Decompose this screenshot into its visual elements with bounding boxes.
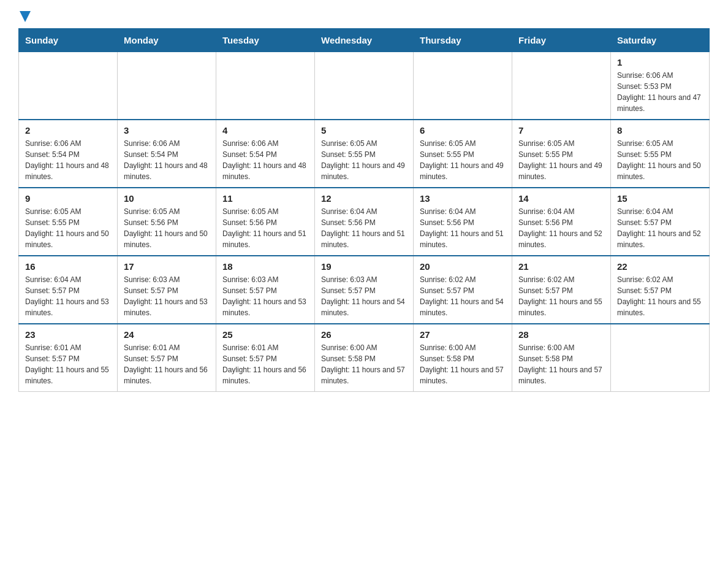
calendar-cell: 2Sunrise: 6:06 AM Sunset: 5:54 PM Daylig… bbox=[19, 120, 118, 188]
calendar-week-row: 2Sunrise: 6:06 AM Sunset: 5:54 PM Daylig… bbox=[19, 120, 710, 188]
calendar-day-header: Wednesday bbox=[315, 29, 414, 52]
calendar-cell: 23Sunrise: 6:01 AM Sunset: 5:57 PM Dayli… bbox=[19, 324, 118, 392]
calendar-cell: 13Sunrise: 6:04 AM Sunset: 5:56 PM Dayli… bbox=[414, 188, 512, 256]
day-info: Sunrise: 6:01 AM Sunset: 5:57 PM Dayligh… bbox=[124, 342, 210, 386]
calendar-cell: 15Sunrise: 6:04 AM Sunset: 5:57 PM Dayli… bbox=[611, 188, 710, 256]
calendar-cell: 25Sunrise: 6:01 AM Sunset: 5:57 PM Dayli… bbox=[216, 324, 315, 392]
day-info: Sunrise: 6:00 AM Sunset: 5:58 PM Dayligh… bbox=[420, 342, 506, 386]
day-number: 14 bbox=[518, 193, 604, 204]
day-info: Sunrise: 6:05 AM Sunset: 5:55 PM Dayligh… bbox=[518, 138, 604, 182]
calendar-cell: 19Sunrise: 6:03 AM Sunset: 5:57 PM Dayli… bbox=[315, 256, 414, 324]
calendar-day-header: Tuesday bbox=[216, 29, 315, 52]
calendar-cell: 12Sunrise: 6:04 AM Sunset: 5:56 PM Dayli… bbox=[315, 188, 414, 256]
day-info: Sunrise: 6:04 AM Sunset: 5:57 PM Dayligh… bbox=[617, 206, 703, 250]
day-info: Sunrise: 6:06 AM Sunset: 5:54 PM Dayligh… bbox=[222, 138, 308, 182]
day-info: Sunrise: 6:01 AM Sunset: 5:57 PM Dayligh… bbox=[25, 342, 111, 386]
svg-marker-0 bbox=[20, 11, 31, 22]
day-number: 9 bbox=[25, 193, 111, 204]
day-info: Sunrise: 6:04 AM Sunset: 5:56 PM Dayligh… bbox=[321, 206, 407, 250]
day-number: 5 bbox=[321, 125, 407, 136]
calendar-cell bbox=[118, 52, 216, 120]
calendar-day-header: Sunday bbox=[19, 29, 118, 52]
calendar-week-row: 23Sunrise: 6:01 AM Sunset: 5:57 PM Dayli… bbox=[19, 324, 710, 392]
day-info: Sunrise: 6:02 AM Sunset: 5:57 PM Dayligh… bbox=[420, 274, 506, 318]
day-info: Sunrise: 6:00 AM Sunset: 5:58 PM Dayligh… bbox=[321, 342, 407, 386]
calendar-header-row: SundayMondayTuesdayWednesdayThursdayFrid… bbox=[19, 29, 710, 52]
calendar-cell: 4Sunrise: 6:06 AM Sunset: 5:54 PM Daylig… bbox=[216, 120, 315, 188]
day-number: 26 bbox=[321, 329, 407, 340]
day-info: Sunrise: 6:00 AM Sunset: 5:58 PM Dayligh… bbox=[518, 342, 604, 386]
day-number: 22 bbox=[617, 261, 703, 272]
calendar-cell: 22Sunrise: 6:02 AM Sunset: 5:57 PM Dayli… bbox=[611, 256, 710, 324]
day-info: Sunrise: 6:03 AM Sunset: 5:57 PM Dayligh… bbox=[124, 274, 210, 318]
calendar-day-header: Friday bbox=[512, 29, 611, 52]
logo-triangle-icon bbox=[20, 11, 31, 22]
calendar-day-header: Monday bbox=[118, 29, 216, 52]
day-number: 6 bbox=[420, 125, 506, 136]
calendar-cell: 21Sunrise: 6:02 AM Sunset: 5:57 PM Dayli… bbox=[512, 256, 611, 324]
calendar-week-row: 16Sunrise: 6:04 AM Sunset: 5:57 PM Dayli… bbox=[19, 256, 710, 324]
day-number: 16 bbox=[25, 261, 111, 272]
calendar-cell: 3Sunrise: 6:06 AM Sunset: 5:54 PM Daylig… bbox=[118, 120, 216, 188]
day-info: Sunrise: 6:04 AM Sunset: 5:57 PM Dayligh… bbox=[25, 274, 111, 318]
day-number: 11 bbox=[222, 193, 308, 204]
calendar-cell: 10Sunrise: 6:05 AM Sunset: 5:56 PM Dayli… bbox=[118, 188, 216, 256]
day-number: 27 bbox=[420, 329, 506, 340]
calendar-week-row: 9Sunrise: 6:05 AM Sunset: 5:55 PM Daylig… bbox=[19, 188, 710, 256]
day-info: Sunrise: 6:05 AM Sunset: 5:55 PM Dayligh… bbox=[25, 206, 111, 250]
day-info: Sunrise: 6:03 AM Sunset: 5:57 PM Dayligh… bbox=[321, 274, 407, 318]
calendar-cell: 24Sunrise: 6:01 AM Sunset: 5:57 PM Dayli… bbox=[118, 324, 216, 392]
day-number: 15 bbox=[617, 193, 703, 204]
calendar-cell: 6Sunrise: 6:05 AM Sunset: 5:55 PM Daylig… bbox=[414, 120, 512, 188]
calendar-cell bbox=[19, 52, 118, 120]
day-info: Sunrise: 6:01 AM Sunset: 5:57 PM Dayligh… bbox=[222, 342, 308, 386]
calendar-cell bbox=[512, 52, 611, 120]
day-info: Sunrise: 6:06 AM Sunset: 5:53 PM Dayligh… bbox=[617, 70, 703, 114]
day-info: Sunrise: 6:05 AM Sunset: 5:56 PM Dayligh… bbox=[124, 206, 210, 250]
day-number: 1 bbox=[617, 57, 703, 67]
calendar-day-header: Saturday bbox=[611, 29, 710, 52]
day-number: 13 bbox=[420, 193, 506, 204]
calendar-cell: 7Sunrise: 6:05 AM Sunset: 5:55 PM Daylig… bbox=[512, 120, 611, 188]
day-number: 23 bbox=[25, 329, 111, 340]
day-info: Sunrise: 6:05 AM Sunset: 5:56 PM Dayligh… bbox=[222, 206, 308, 250]
day-info: Sunrise: 6:03 AM Sunset: 5:57 PM Dayligh… bbox=[222, 274, 308, 318]
day-number: 24 bbox=[124, 329, 210, 340]
page-header bbox=[18, 12, 710, 22]
calendar-cell: 8Sunrise: 6:05 AM Sunset: 5:55 PM Daylig… bbox=[611, 120, 710, 188]
calendar-cell bbox=[611, 324, 710, 392]
day-number: 17 bbox=[124, 261, 210, 272]
day-info: Sunrise: 6:06 AM Sunset: 5:54 PM Dayligh… bbox=[25, 138, 111, 182]
calendar-cell: 14Sunrise: 6:04 AM Sunset: 5:56 PM Dayli… bbox=[512, 188, 611, 256]
day-number: 3 bbox=[124, 125, 210, 136]
day-number: 25 bbox=[222, 329, 308, 340]
calendar-cell: 17Sunrise: 6:03 AM Sunset: 5:57 PM Dayli… bbox=[118, 256, 216, 324]
calendar-cell bbox=[216, 52, 315, 120]
calendar-cell: 9Sunrise: 6:05 AM Sunset: 5:55 PM Daylig… bbox=[19, 188, 118, 256]
calendar-cell: 18Sunrise: 6:03 AM Sunset: 5:57 PM Dayli… bbox=[216, 256, 315, 324]
day-number: 12 bbox=[321, 193, 407, 204]
calendar-cell: 1Sunrise: 6:06 AM Sunset: 5:53 PM Daylig… bbox=[611, 52, 710, 120]
day-info: Sunrise: 6:02 AM Sunset: 5:57 PM Dayligh… bbox=[518, 274, 604, 318]
day-number: 28 bbox=[518, 329, 604, 340]
calendar-cell: 20Sunrise: 6:02 AM Sunset: 5:57 PM Dayli… bbox=[414, 256, 512, 324]
day-number: 21 bbox=[518, 261, 604, 272]
calendar-day-header: Thursday bbox=[414, 29, 512, 52]
day-number: 10 bbox=[124, 193, 210, 204]
day-number: 20 bbox=[420, 261, 506, 272]
calendar-cell: 11Sunrise: 6:05 AM Sunset: 5:56 PM Dayli… bbox=[216, 188, 315, 256]
calendar-table: SundayMondayTuesdayWednesdayThursdayFrid… bbox=[18, 28, 710, 392]
day-info: Sunrise: 6:05 AM Sunset: 5:55 PM Dayligh… bbox=[420, 138, 506, 182]
day-number: 2 bbox=[25, 125, 111, 136]
calendar-cell: 26Sunrise: 6:00 AM Sunset: 5:58 PM Dayli… bbox=[315, 324, 414, 392]
calendar-cell: 16Sunrise: 6:04 AM Sunset: 5:57 PM Dayli… bbox=[19, 256, 118, 324]
day-info: Sunrise: 6:04 AM Sunset: 5:56 PM Dayligh… bbox=[518, 206, 604, 250]
day-info: Sunrise: 6:05 AM Sunset: 5:55 PM Dayligh… bbox=[321, 138, 407, 182]
calendar-week-row: 1Sunrise: 6:06 AM Sunset: 5:53 PM Daylig… bbox=[19, 52, 710, 120]
day-number: 18 bbox=[222, 261, 308, 272]
day-info: Sunrise: 6:05 AM Sunset: 5:55 PM Dayligh… bbox=[617, 138, 703, 182]
day-number: 8 bbox=[617, 125, 703, 136]
calendar-cell bbox=[414, 52, 512, 120]
day-info: Sunrise: 6:04 AM Sunset: 5:56 PM Dayligh… bbox=[420, 206, 506, 250]
calendar-cell: 27Sunrise: 6:00 AM Sunset: 5:58 PM Dayli… bbox=[414, 324, 512, 392]
